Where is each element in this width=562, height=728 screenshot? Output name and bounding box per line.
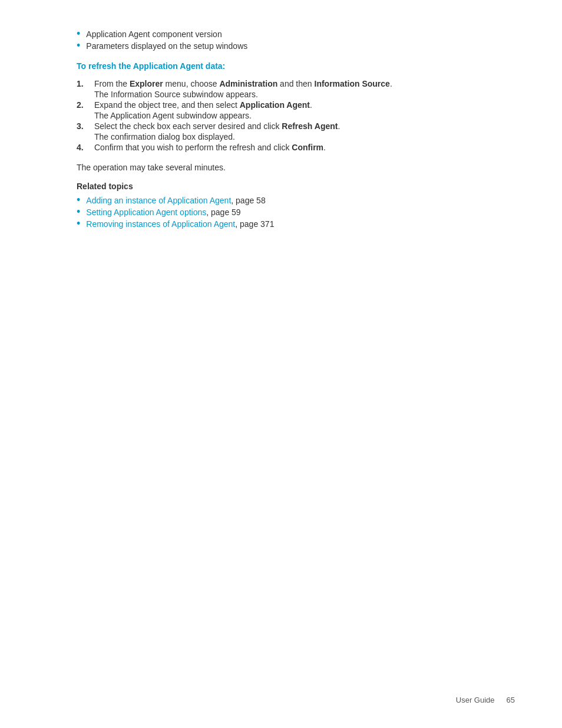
related-link-1[interactable]: Adding an instance of Application Agent [86, 196, 231, 205]
related-dot-1: • [77, 195, 80, 205]
step-2-bold-1: Application Agent [240, 100, 310, 110]
step-3-content: Select the check box each server desired… [94, 121, 471, 131]
related-topics-heading: Related topics [77, 182, 471, 191]
related-item-2: • Setting Application Agent options, pag… [77, 207, 471, 217]
step-1-subtext: The Information Source subwindow appears… [94, 90, 471, 99]
section-heading: To refresh the Application Agent data: [77, 61, 471, 71]
page-footer: User Guide 65 [456, 696, 515, 704]
step-1-bold-1: Explorer [130, 79, 163, 88]
bullet-dot-2: • [77, 40, 80, 51]
step-3-number: 3. [77, 121, 94, 131]
step-1-content: From the Explorer menu, choose Administr… [94, 79, 471, 88]
related-item-3: • Removing instances of Application Agen… [77, 219, 471, 229]
related-dot-2: • [77, 206, 80, 217]
step-3-subtext: The confirmation dialog box displayed. [94, 132, 471, 141]
related-item-1-content: Adding an instance of Application Agent,… [86, 196, 265, 205]
page-content: • Application Agent component version • … [0, 0, 530, 286]
footer-page: 65 [507, 696, 515, 704]
related-link-3-suffix: , page 371 [235, 219, 274, 229]
operation-note: The operation may take several minutes. [77, 163, 471, 172]
step-2-number: 2. [77, 100, 94, 110]
intro-bullet-list: • Application Agent component version • … [77, 29, 471, 51]
bullet-item-1: • Application Agent component version [77, 29, 471, 39]
step-3-bold-1: Refresh Agent [282, 121, 338, 131]
step-4-content: Confirm that you wish to perform the ref… [94, 143, 471, 152]
related-dot-3: • [77, 218, 80, 229]
bullet-text-1: Application Agent component version [86, 29, 222, 39]
related-link-3[interactable]: Removing instances of Application Agent [86, 219, 235, 229]
step-3: 3. Select the check box each server desi… [77, 121, 471, 131]
step-1-number: 1. [77, 79, 94, 88]
related-item-3-content: Removing instances of Application Agent,… [86, 219, 274, 229]
related-item-1: • Adding an instance of Application Agen… [77, 196, 471, 205]
step-2-subtext: The Application Agent subwindow appears. [94, 111, 471, 120]
bullet-item-2: • Parameters displayed on the setup wind… [77, 41, 471, 51]
related-links-list: • Adding an instance of Application Agen… [77, 196, 471, 229]
step-1-bold-2: Administration [219, 79, 277, 88]
step-2-content: Expand the object tree, and then select … [94, 100, 471, 110]
steps-list: 1. From the Explorer menu, choose Admini… [77, 79, 471, 152]
bullet-dot-1: • [77, 28, 80, 39]
related-item-2-content: Setting Application Agent options, page … [86, 207, 240, 217]
step-4: 4. Confirm that you wish to perform the … [77, 143, 471, 152]
step-2: 2. Expand the object tree, and then sele… [77, 100, 471, 110]
related-link-2-suffix: , page 59 [206, 207, 240, 217]
step-1: 1. From the Explorer menu, choose Admini… [77, 79, 471, 88]
step-1-bold-3: Information Source [315, 79, 390, 88]
step-4-bold-1: Confirm [292, 143, 323, 152]
bullet-text-2: Parameters displayed on the setup window… [86, 41, 247, 51]
footer-label: User Guide [456, 696, 495, 704]
step-4-number: 4. [77, 143, 94, 152]
related-link-2[interactable]: Setting Application Agent options [86, 207, 206, 217]
related-link-1-suffix: , page 58 [231, 196, 265, 205]
